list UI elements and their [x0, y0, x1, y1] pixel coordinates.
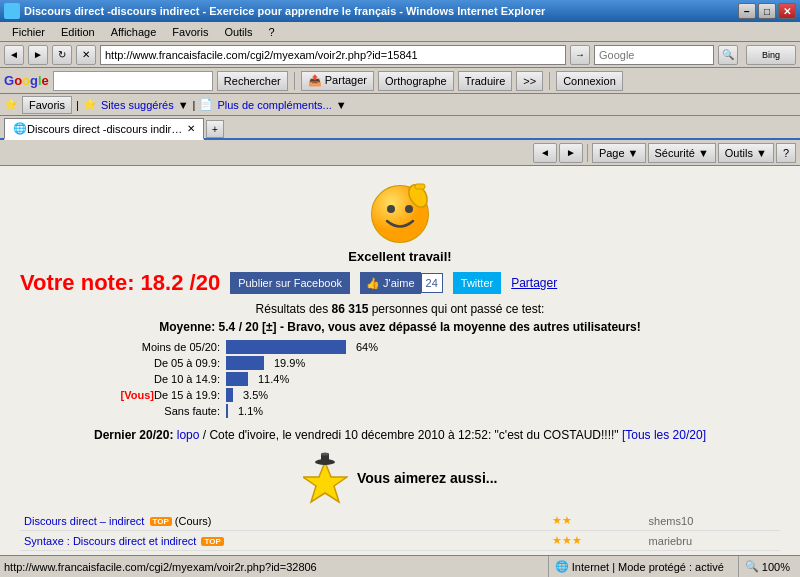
- chart-pct-1: 64%: [356, 341, 378, 353]
- orthographe-button[interactable]: Orthographe: [378, 71, 454, 91]
- minimize-button[interactable]: −: [738, 3, 756, 19]
- status-bar: http://www.francaisfacile.com/cgi2/myexa…: [0, 555, 800, 577]
- page-icon: 📄: [199, 98, 213, 111]
- svg-rect-5: [415, 184, 425, 189]
- status-right: 🌐 Internet | Mode protégé : activé 🔍 100…: [548, 556, 796, 578]
- plus-complements-link[interactable]: Plus de compléments...: [217, 99, 331, 111]
- score-line: Votre note: 18.2 /20 Publier sur Faceboo…: [20, 270, 780, 296]
- ie-back[interactable]: ◄: [533, 143, 557, 163]
- outils-button[interactable]: Outils ▼: [718, 143, 774, 163]
- like-button[interactable]: 👍 J'aime: [360, 272, 420, 294]
- suggestion-link-1[interactable]: Discours direct – indirect: [24, 515, 144, 527]
- results-text: Résultats des 86 315 personnes qui ont p…: [20, 302, 780, 316]
- chart: Moins de 05/20: 64% De 05 à 09.9: 19.9% …: [60, 340, 780, 418]
- refresh-button[interactable]: ↻: [52, 45, 72, 65]
- chart-bar-1: [226, 340, 346, 354]
- connexion-button[interactable]: Connexion: [556, 71, 623, 91]
- partager-button[interactable]: 📤 Partager: [301, 71, 374, 91]
- address-input[interactable]: [100, 45, 566, 65]
- menu-affichage[interactable]: Affichage: [103, 26, 165, 38]
- main-content: Excellent travail! Votre note: 18.2 /20 …: [0, 166, 800, 555]
- menu-outils[interactable]: Outils: [216, 26, 260, 38]
- app-icon: [4, 3, 20, 19]
- separator-fav2: |: [193, 99, 196, 111]
- smiley-emoji: [365, 176, 435, 246]
- menu-bar: Fichier Edition Affichage Favoris Outils…: [0, 22, 800, 42]
- arrow-icon2: ▼: [336, 99, 347, 111]
- like-container: 👍 J'aime 24: [360, 272, 443, 294]
- stars-1: ★★: [548, 511, 645, 531]
- votre-note-label: Votre note: 18.2 /20: [20, 270, 220, 296]
- window-title: Discours direct -discours indirect - Exe…: [24, 5, 545, 17]
- facebook-button[interactable]: Publier sur Facebook: [230, 272, 350, 294]
- chart-row-4: [Vous]De 15 à 19.9: 3.5%: [60, 388, 780, 402]
- stop-button[interactable]: ✕: [76, 45, 96, 65]
- google-toolbar: Google Rechercher 📤 Partager Orthographe…: [0, 68, 800, 94]
- restore-button[interactable]: □: [758, 3, 776, 19]
- favoris-button[interactable]: Favoris: [22, 96, 72, 114]
- star-icon: ⭐: [4, 98, 18, 111]
- menu-fichier[interactable]: Fichier: [4, 26, 53, 38]
- excellent-text: Excellent travail!: [20, 249, 780, 264]
- tous-link[interactable]: [Tous les 20/20]: [622, 428, 706, 442]
- securite-button[interactable]: Sécurité ▼: [648, 143, 716, 163]
- tab-icon: 🌐: [13, 122, 27, 135]
- partager-link[interactable]: Partager: [511, 276, 557, 290]
- search-submit[interactable]: 🔍: [718, 45, 738, 65]
- tab-close-icon[interactable]: ✕: [187, 123, 195, 134]
- arrow-icon: ▼: [178, 99, 189, 111]
- plus-button[interactable]: >>: [516, 71, 543, 91]
- chart-row-2: De 05 à 09.9: 19.9%: [60, 356, 780, 370]
- stars-2: ★★★: [548, 531, 645, 551]
- chart-pct-4: 3.5%: [243, 389, 268, 401]
- active-tab[interactable]: 🌐 Discours direct -discours indirect - E…: [4, 118, 204, 140]
- search-box[interactable]: [594, 45, 714, 65]
- vous-aimerez-header: Vous aimerez aussi...: [20, 452, 780, 507]
- internet-zone: Internet | Mode protégé : activé: [572, 561, 724, 573]
- emoji-area: [20, 176, 780, 249]
- ie-forward[interactable]: ►: [559, 143, 583, 163]
- chart-bar-3: [226, 372, 248, 386]
- status-url: http://www.francaisfacile.com/cgi2/myexa…: [4, 561, 544, 573]
- ie-command-bar: ◄ ► Page ▼ Sécurité ▼ Outils ▼ ?: [0, 140, 800, 166]
- title-bar: Discours direct -discours indirect - Exe…: [0, 0, 800, 22]
- page-button[interactable]: Page ▼: [592, 143, 646, 163]
- zoom-icon: 🔍: [745, 560, 759, 573]
- close-button[interactable]: ✕: [778, 3, 796, 19]
- chart-label-2: De 05 à 09.9:: [60, 357, 220, 369]
- fav-icon: ⭐: [83, 98, 97, 111]
- google-logo: Google: [4, 73, 49, 88]
- svg-point-9: [321, 453, 329, 456]
- menu-favoris[interactable]: Favoris: [164, 26, 216, 38]
- chart-bar-5: [226, 404, 228, 418]
- separator-1: [294, 72, 295, 90]
- bing-icon[interactable]: Bing: [746, 45, 796, 65]
- globe-icon: 🌐: [555, 560, 569, 573]
- back-button[interactable]: ◄: [4, 45, 24, 65]
- like-count: 24: [421, 273, 443, 293]
- help-button[interactable]: ?: [776, 143, 796, 163]
- sep: [587, 144, 588, 162]
- dernier-section: Dernier 20/20: lopo / Cote d'ivoire, le …: [20, 426, 780, 444]
- forward-button[interactable]: ►: [28, 45, 48, 65]
- dernier-user-link[interactable]: lopo: [177, 428, 200, 442]
- table-row: Discours direct – indirect TOP (Cours) ★…: [20, 511, 780, 531]
- traduire-button[interactable]: Traduire: [458, 71, 513, 91]
- rechercher-button[interactable]: Rechercher: [217, 71, 288, 91]
- chart-pct-3: 11.4%: [258, 373, 289, 385]
- svg-marker-6: [303, 462, 347, 502]
- go-button[interactable]: →: [570, 45, 590, 65]
- moyenne-text: Moyenne: 5.4 / 20 [±] - Bravo, vous avez…: [20, 320, 780, 334]
- menu-edition[interactable]: Edition: [53, 26, 103, 38]
- suggestion-link-2[interactable]: Syntaxe : Discours direct et indirect: [24, 535, 196, 547]
- google-search-input[interactable]: [53, 71, 213, 91]
- chart-label-4: [Vous]De 15 à 19.9:: [60, 389, 220, 401]
- chart-bar-2: [226, 356, 264, 370]
- twitter-button[interactable]: Twitter: [453, 272, 501, 294]
- chart-row-3: De 10 à 14.9: 11.4%: [60, 372, 780, 386]
- vous-aimerez-text: Vous aimerez aussi...: [357, 470, 498, 486]
- sites-suggeres-link[interactable]: Sites suggérés: [101, 99, 174, 111]
- thumbs-icon: 👍: [366, 277, 380, 290]
- menu-aide[interactable]: ?: [261, 26, 283, 38]
- new-tab-button[interactable]: +: [206, 120, 224, 138]
